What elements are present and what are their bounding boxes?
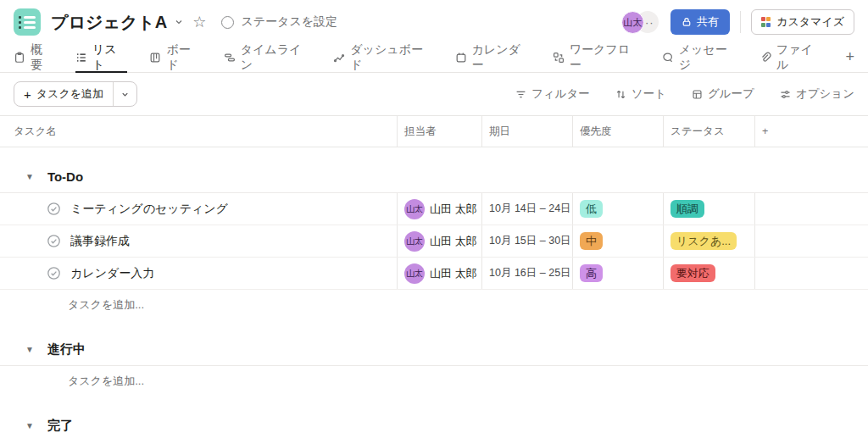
- overview-icon: [14, 52, 25, 64]
- sort-icon: [615, 89, 626, 100]
- due-date: 10月 14日 – 24日: [489, 202, 571, 216]
- sections: ▼ To-Do ミーティングのセッティング 山太 山田 太郎 10月 14日 –…: [0, 161, 868, 438]
- board-icon: [149, 52, 161, 64]
- tab-add[interactable]: +: [845, 44, 854, 72]
- add-task-button[interactable]: + タスクを追加: [14, 81, 137, 107]
- group-icon: [692, 89, 703, 100]
- caret-down-icon[interactable]: ▼: [25, 421, 34, 430]
- priority-badge[interactable]: 低: [580, 200, 603, 218]
- status-badge[interactable]: リスクあ...: [670, 232, 737, 250]
- status-badge[interactable]: 順調: [670, 200, 704, 218]
- section-title: 進行中: [47, 341, 86, 358]
- workflow-icon: [553, 52, 565, 64]
- set-status-button[interactable]: ステータスを設定: [221, 14, 337, 30]
- dashboard-icon: [333, 52, 345, 64]
- tab-calendar[interactable]: カレンダー: [455, 44, 531, 72]
- tab-dashboard[interactable]: ダッシュボード: [333, 44, 432, 72]
- tab-files[interactable]: ファイル: [760, 44, 824, 72]
- caret-down-icon[interactable]: ▼: [25, 345, 34, 354]
- app-header: プロジェクトA ☆ ステータスを設定 山太 ··· 共有 カスタマイズ: [0, 0, 868, 44]
- check-circle-icon[interactable]: [47, 234, 61, 248]
- section-header[interactable]: ▼ 進行中: [0, 334, 868, 366]
- empty-cell: [754, 193, 868, 225]
- member-avatars[interactable]: 山太 ···: [621, 11, 659, 34]
- column-header-due[interactable]: 期日: [481, 116, 572, 147]
- check-circle-icon[interactable]: [47, 202, 61, 216]
- column-header-assignee[interactable]: 担当者: [397, 116, 481, 147]
- due-date: 10月 16日 – 25日: [489, 266, 571, 280]
- tab-board[interactable]: ボード: [149, 44, 201, 72]
- timeline-icon: [224, 52, 236, 64]
- message-icon: [662, 52, 674, 64]
- empty-cell: [754, 225, 868, 257]
- divider: [740, 11, 741, 33]
- add-task-row[interactable]: タスクを追加...: [0, 290, 868, 320]
- group-button[interactable]: グループ: [692, 86, 754, 102]
- tab-overview[interactable]: 概要: [14, 44, 53, 72]
- empty-cell: [754, 258, 868, 289]
- task-row[interactable]: ミーティングのセッティング 山太 山田 太郎 10月 14日 – 24日 低 順…: [0, 193, 868, 225]
- priority-badge[interactable]: 中: [580, 232, 603, 250]
- share-label: 共有: [697, 14, 719, 30]
- page-title: プロジェクトA: [51, 11, 167, 34]
- priority-badge[interactable]: 高: [580, 264, 603, 282]
- customize-button[interactable]: カスタマイズ: [751, 9, 854, 35]
- task-section: ▼ To-Do ミーティングのセッティング 山太 山田 太郎 10月 14日 –…: [0, 161, 868, 320]
- add-task-dropdown[interactable]: [113, 82, 136, 106]
- avatar[interactable]: 山太: [621, 11, 644, 34]
- task-section: ▼ 完了: [0, 410, 868, 438]
- tab-timeline[interactable]: タイムライン: [224, 44, 312, 72]
- add-task-inline-label: タスクを追加...: [68, 374, 144, 389]
- add-task-label: タスクを追加: [36, 86, 103, 102]
- add-task-row[interactable]: タスクを追加...: [0, 366, 868, 396]
- task-name: 議事録作成: [70, 234, 130, 249]
- assignee-avatar: 山太: [404, 199, 425, 219]
- section-header[interactable]: ▼ To-Do: [0, 161, 868, 193]
- list-icon: [75, 52, 87, 64]
- status-badge[interactable]: 要対応: [670, 264, 715, 282]
- add-task-inline-label: タスクを追加...: [68, 297, 144, 313]
- section-title: 完了: [47, 418, 73, 434]
- table-header: タスク名 担当者 期日 優先度 ステータス +: [0, 115, 868, 147]
- section-rows: ミーティングのセッティング 山太 山田 太郎 10月 14日 – 24日 低 順…: [0, 193, 868, 290]
- section-title: To-Do: [47, 169, 83, 184]
- star-icon[interactable]: ☆: [192, 13, 206, 31]
- sort-button[interactable]: ソート: [615, 86, 666, 102]
- view-tabs: 概要 リスト ボード タイムライン ダッシュボード カレンダー ワークフロー メ…: [0, 44, 868, 73]
- assignee-name: 山田 太郎: [430, 266, 477, 281]
- filter-button[interactable]: フィルター: [515, 86, 590, 102]
- caret-down-icon[interactable]: ▼: [25, 172, 34, 181]
- tab-list[interactable]: リスト: [75, 44, 128, 73]
- section-header[interactable]: ▼ 完了: [0, 410, 868, 438]
- column-header-task[interactable]: タスク名: [0, 116, 397, 147]
- customize-grid-icon: [761, 17, 771, 27]
- assignee-name: 山田 太郎: [430, 234, 477, 249]
- assignee-avatar: 山太: [404, 231, 425, 252]
- chevron-down-icon: [120, 90, 130, 99]
- customize-label: カスタマイズ: [776, 14, 844, 30]
- due-date: 10月 15日 – 30日: [489, 234, 571, 248]
- list-toolbar: + タスクを追加 フィルター ソート グループ オプション: [0, 73, 868, 115]
- task-row[interactable]: カレンダー入力 山太 山田 太郎 10月 16日 – 25日 高 要対応: [0, 258, 868, 290]
- assignee-avatar: 山太: [404, 263, 425, 284]
- task-name: カレンダー入力: [70, 266, 154, 281]
- status-circle-icon: [221, 16, 234, 29]
- task-row[interactable]: 議事録作成 山太 山田 太郎 10月 15日 – 30日 中 リスクあ...: [0, 225, 868, 258]
- tab-workflow[interactable]: ワークフロー: [553, 44, 640, 72]
- options-button[interactable]: オプション: [780, 86, 854, 102]
- plus-icon: +: [24, 87, 31, 102]
- add-column-button[interactable]: +: [754, 116, 868, 147]
- filter-icon: [515, 89, 526, 100]
- check-circle-icon[interactable]: [47, 266, 61, 280]
- task-name: ミーティングのセッティング: [70, 202, 228, 217]
- share-button[interactable]: 共有: [670, 9, 730, 35]
- options-icon: [780, 89, 791, 100]
- column-header-status[interactable]: ステータス: [663, 116, 754, 147]
- paperclip-icon: [760, 52, 771, 64]
- project-list-icon: [14, 8, 41, 36]
- assignee-name: 山田 太郎: [430, 202, 477, 217]
- chevron-down-icon[interactable]: [174, 17, 184, 27]
- tab-messages[interactable]: メッセージ: [662, 44, 737, 72]
- column-header-priority[interactable]: 優先度: [572, 116, 663, 147]
- lock-icon: [682, 17, 692, 27]
